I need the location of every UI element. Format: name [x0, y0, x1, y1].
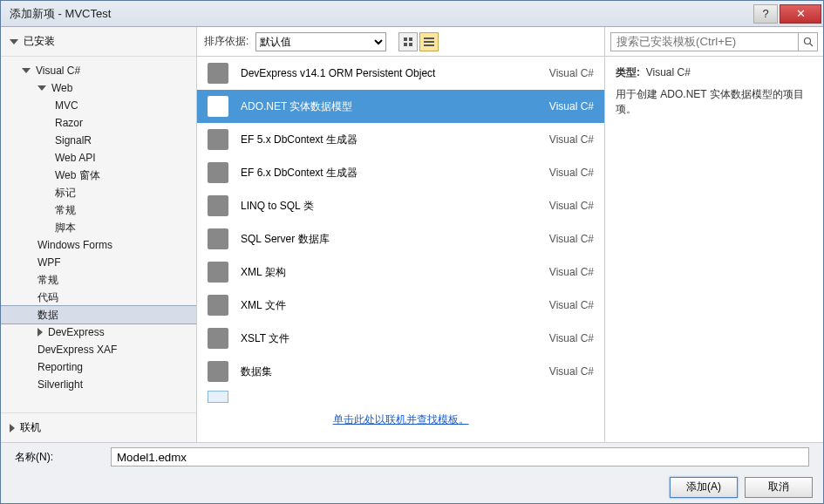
tree-item[interactable]: Web: [1, 79, 196, 97]
tree-item[interactable]: 标记: [1, 184, 196, 201]
sidebar-header-installed[interactable]: 已安装: [1, 27, 196, 57]
template-language: Visual C#: [549, 100, 594, 112]
tree-item-label: Razor: [55, 117, 83, 129]
cancel-button[interactable]: 取消: [745, 477, 813, 498]
dialog-footer: 名称(N): 添加(A) 取消: [1, 442, 823, 503]
template-item[interactable]: XML 架构Visual C#: [197, 255, 604, 289]
search-row: [605, 27, 823, 57]
name-input[interactable]: [111, 447, 809, 467]
center-toolbar: 排序依据: 默认值: [197, 27, 604, 57]
titlebar: 添加新项 - MVCTest ? ✕: [1, 1, 823, 27]
list-icon: [424, 37, 434, 46]
tree-item[interactable]: SignalR: [1, 132, 196, 149]
template-label: XML 架构: [241, 265, 549, 280]
template-label: XSLT 文件: [241, 331, 549, 346]
tree-item[interactable]: 脚本: [1, 219, 196, 236]
template-item[interactable]: ADO.NET 实体数据模型Visual C#: [197, 90, 604, 123]
template-label: LINQ to SQL 类: [241, 199, 549, 214]
tree-item[interactable]: WPF: [1, 254, 196, 271]
chevron-down-icon: [10, 39, 18, 44]
sort-label: 排序依据:: [204, 34, 249, 49]
search-icon[interactable]: [799, 32, 818, 51]
template-icon: [208, 361, 228, 382]
online-templates-link[interactable]: 单击此处以联机并查找模板。: [333, 413, 469, 426]
template-item-partial: [197, 388, 604, 405]
tree-item[interactable]: Web 窗体: [1, 167, 196, 184]
add-button[interactable]: 添加(A): [670, 477, 738, 498]
tree-item-label: Windows Forms: [37, 239, 112, 251]
tree-item[interactable]: Visual C#: [1, 62, 196, 79]
tree-item-label: Web 窗体: [55, 168, 100, 183]
tree-item-label: 标记: [55, 186, 76, 201]
sort-select[interactable]: 默认值: [255, 32, 386, 51]
template-icon: [208, 195, 228, 216]
svg-line-1: [810, 44, 813, 46]
template-label: SQL Server 数据库: [241, 232, 549, 247]
tree-item[interactable]: 常规: [1, 201, 196, 219]
template-label: DevExpress v14.1 ORM Persistent Object: [241, 67, 549, 79]
tree-item-label: MVC: [55, 99, 78, 112]
tree-item-label: DevExpress XAF: [37, 344, 117, 356]
tree-item-label: SignalR: [55, 134, 92, 146]
tree-item[interactable]: DevExpress XAF: [1, 341, 196, 358]
template-icon: [208, 162, 228, 183]
template-item[interactable]: XSLT 文件Visual C#: [197, 322, 604, 355]
tree-item[interactable]: Windows Forms: [1, 236, 196, 254]
template-item[interactable]: 数据集Visual C#: [197, 355, 604, 388]
view-list-button[interactable]: [419, 32, 439, 51]
template-item[interactable]: LINQ to SQL 类Visual C#: [197, 189, 604, 222]
tree-item-label: Visual C#: [36, 65, 80, 77]
tree-item-label: Web: [51, 82, 72, 94]
template-language: Visual C#: [549, 67, 594, 79]
online-templates-row: 单击此处以联机并查找模板。: [197, 405, 604, 434]
template-language: Visual C#: [549, 266, 594, 278]
tree-item-label: WPF: [37, 256, 61, 269]
template-item[interactable]: XML 文件Visual C#: [197, 289, 604, 322]
tree-item[interactable]: 常规: [1, 271, 196, 289]
template-language: Visual C#: [549, 233, 594, 245]
tree-item[interactable]: 代码: [1, 289, 196, 306]
tree-item[interactable]: MVC: [1, 97, 196, 114]
search-input[interactable]: [610, 32, 799, 51]
view-small-icons-button[interactable]: [398, 32, 418, 51]
help-button[interactable]: ?: [753, 4, 778, 24]
type-value: Visual C#: [646, 66, 691, 78]
window-title: 添加新项 - MVCTest: [10, 6, 753, 22]
tree-item[interactable]: 数据: [1, 306, 196, 324]
tree-item[interactable]: Web API: [1, 149, 196, 167]
tree-item-label: 脚本: [55, 221, 76, 235]
template-item[interactable]: SQL Server 数据库Visual C#: [197, 222, 604, 255]
sidebar-tree: Visual C#WebMVCRazorSignalRWeb APIWeb 窗体…: [1, 57, 196, 412]
tree-item[interactable]: Silverlight: [1, 376, 196, 393]
tree-item[interactable]: Razor: [1, 114, 196, 132]
template-language: Visual C#: [549, 365, 594, 378]
close-button[interactable]: ✕: [780, 4, 821, 24]
type-row: 类型: Visual C#: [616, 65, 813, 80]
view-toggle: [398, 32, 439, 51]
tree-item-label: Silverlight: [37, 378, 83, 391]
tree-item[interactable]: Reporting: [1, 358, 196, 376]
template-icon: [208, 129, 228, 150]
template-item[interactable]: EF 6.x DbContext 生成器Visual C#: [197, 156, 604, 189]
template-icon: [208, 228, 228, 249]
sort-dropdown[interactable]: 默认值: [255, 32, 386, 51]
template-item[interactable]: DevExpress v14.1 ORM Persistent ObjectVi…: [197, 57, 604, 90]
tree-item-label: 数据: [37, 308, 58, 323]
template-language: Visual C#: [549, 332, 594, 344]
tree-item[interactable]: DevExpress: [1, 324, 196, 341]
sidebar-footer-label: 联机: [20, 420, 41, 435]
sidebar-footer-online[interactable]: 联机: [1, 412, 196, 442]
template-language: Visual C#: [549, 133, 594, 146]
sidebar-header-label: 已安装: [24, 34, 55, 49]
template-list: DevExpress v14.1 ORM Persistent ObjectVi…: [197, 57, 604, 442]
template-language: Visual C#: [549, 299, 594, 311]
template-item[interactable]: EF 5.x DbContext 生成器Visual C#: [197, 123, 604, 156]
svg-point-0: [804, 37, 810, 44]
tree-item-label: 常规: [37, 273, 58, 288]
template-language: Visual C#: [549, 167, 594, 179]
chevron-down-icon: [22, 68, 31, 73]
tree-item-label: Web API: [55, 152, 95, 164]
tree-item-label: 常规: [55, 203, 76, 218]
chevron-right-icon: [10, 424, 15, 432]
sidebar: 已安装 Visual C#WebMVCRazorSignalRWeb APIWe…: [1, 27, 197, 442]
